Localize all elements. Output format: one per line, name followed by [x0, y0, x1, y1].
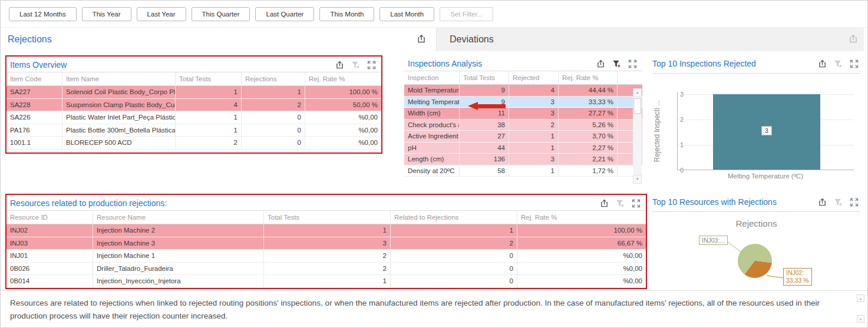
vertical-scrollbar[interactable]: ▲ ▼: [633, 88, 642, 184]
filter-last-month-button[interactable]: Last Month: [379, 7, 434, 21]
export-icon[interactable]: [849, 34, 858, 44]
scroll-down-button[interactable]: ▼: [633, 175, 642, 184]
table-row[interactable]: INJ03 Injection Machine 3 3 2 66,67 %: [6, 237, 646, 250]
scroll-up-button[interactable]: ▲: [633, 88, 642, 97]
table-row[interactable]: INJ01 Injection Machine 1 2 0 %0,00: [6, 250, 646, 263]
divider: [652, 73, 860, 74]
table-row[interactable]: Mold Temperature (ºC) 9 4 44,44 %: [404, 85, 642, 97]
export-icon[interactable]: [596, 59, 606, 69]
table-row[interactable]: Density at 20ºC 58 1 1,72 %: [404, 165, 642, 177]
column-header[interactable]: Inspection: [404, 71, 460, 84]
maximize-icon[interactable]: [367, 61, 377, 70]
tab-rejections[interactable]: Rejections: [1, 28, 435, 51]
export-icon[interactable]: [600, 199, 609, 208]
clear-filter-icon[interactable]: [616, 199, 625, 208]
column-header[interactable]: Total Tests: [264, 211, 391, 224]
scroll-down-button[interactable]: ▼: [857, 315, 864, 323]
table-row[interactable]: 0B014 Injection_Inyección_Injetora 1 0 %…: [6, 275, 646, 288]
pie-label-inj02-value: 33,33 %: [786, 277, 809, 284]
cell-rejected: 3: [509, 154, 559, 165]
cell-rej-rate: 2,21 %: [559, 154, 618, 165]
cell-total-tests: 3: [264, 237, 391, 250]
cell-rej-rate: %0,00: [517, 250, 646, 262]
bar-data-label: 3: [761, 126, 772, 135]
divider: [652, 211, 860, 212]
table-row-selected[interactable]: Melting Temperature (º... 9 3 33,33 %: [404, 97, 642, 108]
table-row[interactable]: SA228 Suspension Clamp Plastic Body_Cuer…: [6, 99, 381, 112]
cell-resource-id: 0B026: [6, 263, 93, 275]
column-header[interactable]: Related to Rejections: [391, 211, 517, 224]
column-header[interactable]: Rej. Rate %: [559, 71, 618, 84]
clear-filter-icon[interactable]: [351, 61, 361, 70]
filter-last-quarter-button[interactable]: Last Quarter: [255, 7, 314, 21]
page-title: Rejections: [8, 34, 52, 45]
table-row[interactable]: pH 44 1 2,27 %: [404, 143, 642, 154]
column-header[interactable]: Rejected: [509, 71, 559, 84]
column-header[interactable]: Total Tests: [460, 71, 509, 84]
export-icon[interactable]: [818, 59, 827, 69]
table-row[interactable]: Length (cm) 136 3 2,21 %: [404, 154, 642, 165]
column-header[interactable]: Total Tests: [176, 72, 242, 85]
pie-chart-title: Rejections: [649, 218, 864, 228]
cell-related: 2: [391, 237, 517, 250]
cell-rej-rate: %0,00: [305, 137, 381, 149]
pie-label-inj02[interactable]: INJ02: 33,33 %: [783, 268, 812, 286]
maximize-icon[interactable]: [628, 59, 638, 69]
cell-rejections: 2: [242, 99, 305, 111]
pie-chart[interactable]: [738, 244, 772, 278]
column-header[interactable]: Rej. Rate %: [517, 211, 646, 224]
column-header[interactable]: Resource Name: [93, 211, 264, 224]
maximize-icon[interactable]: [850, 59, 859, 69]
cell-rejections: 0: [242, 124, 305, 137]
pie-label-inj03[interactable]: INJ03:...: [699, 236, 728, 245]
table-row[interactable]: 0B026 Driller_Taladro_Furadeira 2 0 %0,0…: [6, 263, 646, 276]
cell-rej-rate: 50,00 %: [305, 99, 381, 111]
resources-rejections-panel: Resources related to production rejectio…: [5, 194, 647, 289]
dashboard: Last 12 Months This Year Last Year This …: [0, 0, 868, 328]
filter-this-quarter-button[interactable]: This Quarter: [192, 7, 250, 21]
cell-resource-name: Injection_Inyección_Injetora: [93, 275, 264, 287]
filter-this-month-button[interactable]: This Month: [319, 7, 374, 21]
table-row[interactable]: Check product's appea... 38 2 5,26 %: [404, 120, 642, 131]
cell-rejected: 4: [509, 85, 559, 96]
cell-rej-rate: 66,67 %: [517, 237, 646, 250]
clear-filter-active-icon[interactable]: [612, 59, 622, 69]
column-header[interactable]: Item Name: [62, 72, 176, 85]
cell-rej-rate: 44,44 %: [559, 85, 618, 96]
filter-this-year-button[interactable]: This Year: [82, 7, 131, 21]
cell-total-tests: 2: [264, 263, 391, 275]
cell-rej-rate: 100,00 %: [517, 224, 646, 237]
export-icon[interactable]: [417, 34, 426, 44]
column-header[interactable]: Item Code: [6, 72, 62, 85]
table-row[interactable]: Active Ingredient Conc... 27 1 3,70 %: [404, 131, 642, 143]
filter-last-12-months-button[interactable]: Last 12 Months: [9, 7, 77, 21]
cell-total-tests: 58: [460, 165, 509, 177]
clear-filter-icon[interactable]: [834, 198, 843, 207]
maximize-icon[interactable]: [632, 199, 641, 208]
set-filter-button[interactable]: Set Filter...: [440, 7, 493, 21]
column-header[interactable]: Resource ID: [6, 211, 93, 224]
tab-deviations-label: Deviations: [450, 34, 494, 45]
table-row[interactable]: INJ02 Injection Machine 2 1 1 100,00 %: [6, 224, 646, 237]
cell-related: 0: [391, 275, 517, 287]
cell-rej-rate: 1,72 %: [559, 165, 618, 177]
export-icon[interactable]: [818, 198, 827, 207]
clear-filter-icon[interactable]: [834, 59, 843, 69]
inspections-analysis-panel: Inspections Analysis Inspection Total Te…: [404, 55, 642, 185]
table-row[interactable]: Width (cm) 11 3 27,27 %: [404, 108, 642, 120]
date-filter-toolbar: Last 12 Months This Year Last Year This …: [1, 1, 867, 28]
tab-deviations[interactable]: Deviations: [436, 28, 864, 51]
column-header[interactable]: Rej. Rate %: [305, 72, 381, 85]
cell-rej-rate: 100,00 %: [305, 86, 381, 98]
maximize-icon[interactable]: [850, 198, 859, 207]
table-row[interactable]: SA227 Solenoid Coil Plastic Body_Corpo P…: [6, 86, 381, 99]
table-row[interactable]: SA226 Plastic Water Inlet Part_Peça Plás…: [6, 111, 381, 124]
table-row[interactable]: PA176 Plastic Bottle 300ml_Botella Plást…: [6, 124, 381, 137]
export-icon[interactable]: [335, 61, 345, 70]
cell-total-tests: 44: [460, 143, 509, 154]
column-header[interactable]: Rejections: [242, 72, 305, 85]
table-row[interactable]: 1001.1 BLORECEP 500 ACD 2 0 %0,00: [6, 137, 381, 150]
scrollbar-thumb[interactable]: [633, 98, 641, 114]
filter-last-year-button[interactable]: Last Year: [137, 7, 186, 21]
scroll-up-button[interactable]: ▲: [857, 294, 864, 302]
